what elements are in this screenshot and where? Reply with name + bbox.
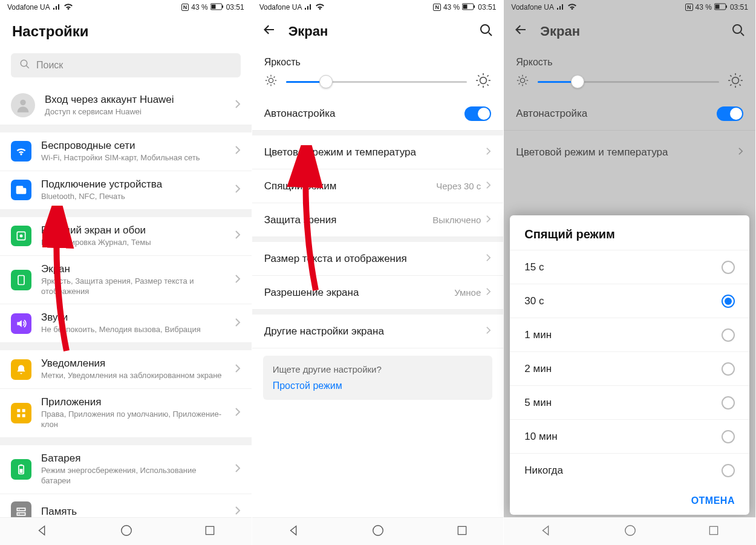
nav-home-icon[interactable] [624, 524, 637, 540]
search-input[interactable]: Поиск [11, 53, 241, 77]
nav-recent-icon[interactable] [456, 524, 468, 539]
svg-point-5 [20, 100, 25, 105]
other-display-row[interactable]: Другие настройки экрана [252, 315, 504, 348]
page-title: Экран [288, 24, 328, 39]
nav-recent-icon[interactable] [204, 524, 216, 539]
radio-option[interactable]: 30 с [510, 284, 749, 318]
svg-point-3 [21, 60, 27, 67]
statusbar: Vodafone UA N 43 % 03:51 [0, 0, 252, 15]
search-button[interactable] [479, 23, 494, 40]
svg-line-35 [273, 83, 275, 85]
radio-icon [722, 295, 735, 308]
radio-option[interactable]: 10 мин [510, 419, 749, 453]
back-button[interactable] [262, 22, 276, 41]
text-size-row[interactable]: Размер текста и отображения [252, 242, 504, 276]
settings-list: Вход через аккаунт Huawei Доступ к серви… [0, 86, 252, 537]
radio-option[interactable]: Никогда [510, 453, 749, 487]
settings-row[interactable]: Уведомления Метки, Уведомления на заблок… [0, 350, 252, 389]
battery-icon [210, 3, 224, 12]
devices-icon [11, 180, 31, 200]
eye-comfort-row[interactable]: Защита зрения Выключено [252, 203, 504, 237]
toggle-switch[interactable] [464, 106, 491, 121]
svg-rect-12 [22, 409, 25, 412]
settings-row[interactable]: Подключение устройства Bluetooth, NFC, П… [0, 171, 252, 210]
brightness-slider[interactable] [252, 71, 504, 97]
svg-line-45 [478, 85, 480, 86]
row-value: Умное [454, 287, 481, 298]
wifi-icon [567, 3, 577, 12]
chevron-right-icon [486, 287, 491, 298]
row-title: Экран [41, 263, 225, 275]
radio-icon [722, 464, 735, 477]
nav-home-icon[interactable] [120, 524, 133, 540]
account-row[interactable]: Вход через аккаунт Huawei Доступ к серви… [0, 86, 252, 125]
nav-back-icon[interactable] [539, 524, 553, 540]
svg-rect-25 [463, 4, 468, 8]
option-label: 10 мин [524, 431, 722, 443]
search-button[interactable] [731, 23, 746, 40]
svg-point-27 [481, 25, 489, 33]
settings-row[interactable]: Звуки Не беспокоить, Мелодия вызова, Виб… [0, 304, 252, 343]
auto-brightness-label: Автонастройка [516, 108, 717, 120]
battery-icon [11, 459, 31, 480]
nfc-icon: N [181, 4, 189, 11]
nav-back-icon[interactable] [287, 524, 301, 540]
nav-recent-icon[interactable] [708, 524, 720, 539]
svg-rect-7 [22, 189, 26, 194]
auto-brightness-row: Автонастройка [504, 97, 755, 131]
carrier-label: Vodafone UA [259, 3, 302, 11]
nav-back-icon[interactable] [36, 524, 49, 540]
account-sub: Доступ к сервисам Huawei [45, 107, 225, 117]
radio-icon [722, 261, 735, 274]
home-icon [11, 226, 31, 246]
row-title: Подключение устройства [41, 178, 225, 191]
nfc-icon: N [433, 4, 441, 11]
color-mode-row[interactable]: Цветовой режим и температура [252, 135, 504, 169]
resolution-row[interactable]: Разрешение экрана Умное [252, 276, 504, 310]
cancel-button[interactable]: ОТМЕНА [691, 495, 735, 506]
row-label: Размер текста и отображения [264, 253, 486, 265]
display-icon [11, 270, 31, 290]
svg-line-36 [267, 83, 268, 85]
radio-option[interactable]: 5 мин [510, 385, 749, 419]
svg-line-4 [26, 65, 29, 68]
svg-point-52 [733, 25, 741, 33]
nfc-icon: N [685, 4, 693, 11]
settings-row[interactable]: Приложения Права, Приложения по умолчани… [0, 389, 252, 438]
back-button[interactable] [513, 22, 528, 41]
slider-track[interactable] [286, 81, 468, 83]
sleep-mode-row[interactable]: Спящий режим Через 30 с [252, 169, 504, 203]
svg-rect-2 [222, 5, 223, 8]
radio-option[interactable]: 15 с [510, 250, 749, 284]
helper-box: Ищете другие настройки? Простой режим [263, 356, 493, 400]
nav-home-icon[interactable] [371, 524, 385, 540]
radio-icon [722, 396, 735, 410]
row-title: Беспроводные сети [41, 140, 225, 152]
row-label: Цветовой режим и температура [516, 146, 738, 158]
settings-row[interactable]: Беспроводные сети Wi-Fi, Настройки SIM-к… [0, 132, 252, 171]
chevron-right-icon [235, 99, 241, 111]
battery-icon [714, 3, 728, 12]
auto-brightness-row[interactable]: Автонастройка [252, 97, 504, 131]
settings-row[interactable]: Рабочий экран и обои Разблокировка Журна… [0, 217, 252, 256]
carrier-label: Vodafone UA [7, 3, 50, 11]
svg-rect-11 [17, 409, 20, 412]
settings-row[interactable]: Экран Яркость, Защита зрения, Размер тек… [0, 256, 252, 305]
svg-line-28 [489, 33, 492, 36]
clock-time: 03:51 [730, 3, 748, 11]
svg-point-22 [122, 525, 132, 535]
row-title: Уведомления [41, 357, 225, 370]
helper-link[interactable]: Простой режим [273, 380, 483, 391]
radio-option[interactable]: 1 мин [510, 318, 749, 351]
svg-line-68 [730, 75, 731, 76]
navbar [0, 517, 252, 545]
svg-rect-1 [211, 4, 215, 8]
auto-brightness-label: Автонастройка [264, 108, 465, 120]
svg-rect-73 [710, 526, 718, 534]
svg-rect-14 [22, 414, 25, 417]
svg-rect-51 [726, 5, 727, 8]
radio-option[interactable]: 2 мин [510, 351, 749, 385]
settings-row[interactable]: Батарея Режим энергосбережения, Использо… [0, 445, 252, 494]
row-title: Рабочий экран и обои [41, 224, 225, 237]
svg-point-21 [19, 514, 20, 515]
